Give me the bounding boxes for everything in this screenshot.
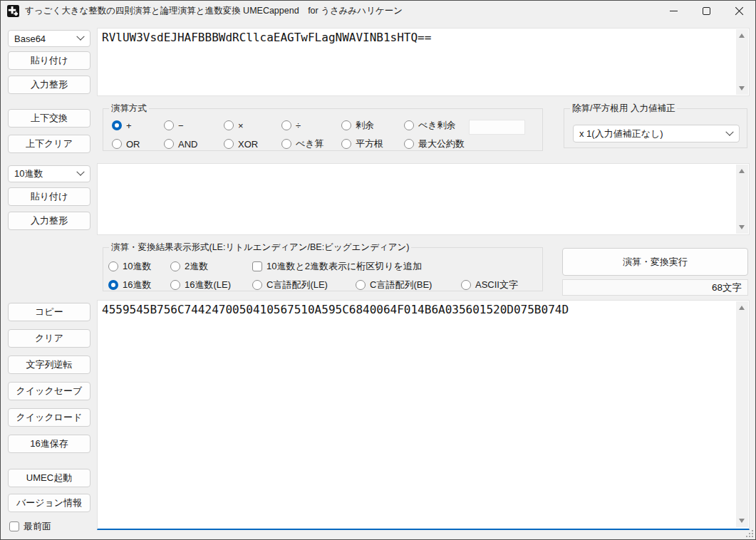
radio-power[interactable]: べき算 <box>281 137 324 151</box>
scroll-up-icon[interactable] <box>739 169 745 173</box>
radio-icon <box>164 139 174 149</box>
scrollbar[interactable] <box>736 301 748 527</box>
radio-subtract[interactable]: − <box>164 118 184 133</box>
quick-save-button[interactable]: クイックセーブ <box>8 382 90 400</box>
scrollbar[interactable] <box>736 29 748 95</box>
radio-multiply[interactable]: × <box>224 118 244 133</box>
checkbox-label: 10進数と2進数表示に桁区切りを追加 <box>266 260 422 273</box>
base64-input-textarea[interactable]: RVlUW3VsdEJHAFBBBWdRCllcaEAGTwFLagNWAVIN… <box>97 28 750 96</box>
clear-updown-button[interactable]: 上下クリア <box>8 135 90 153</box>
minimize-button[interactable] <box>657 1 690 21</box>
paste-bottom-button[interactable]: 貼り付け <box>8 187 90 206</box>
button-label: 演算・変換実行 <box>623 256 688 269</box>
quick-load-button[interactable]: クイックロード <box>8 408 90 427</box>
maximize-icon <box>703 7 710 15</box>
swap-updown-button[interactable]: 上下交換 <box>8 109 90 128</box>
radio-label: × <box>238 120 244 131</box>
checkbox-icon <box>252 261 262 271</box>
combo-value: x 1(入力値補正なし) <box>579 128 663 140</box>
result-output-textarea[interactable]: 4559545B756C7442470050410567510A595C6840… <box>97 300 750 530</box>
button-label: 16進保存 <box>30 437 68 450</box>
radio-xor[interactable]: XOR <box>224 137 258 151</box>
group-legend: 除算/平方根用 入力値補正 <box>570 103 677 115</box>
paste-top-button[interactable]: 貼り付け <box>8 51 90 70</box>
radio-gcd[interactable]: 最大公約数 <box>404 137 465 151</box>
clear-button[interactable]: クリア <box>8 329 90 348</box>
app-icon <box>7 5 19 17</box>
group-legend: 演算・変換結果表示形式(LE:リトルエンディアン/BE:ビッグエンディアン) <box>109 242 411 254</box>
button-label: クリア <box>35 332 63 345</box>
reverse-string-button[interactable]: 文字列逆転 <box>8 355 90 374</box>
radio-icon <box>281 139 291 149</box>
execute-conversion-button[interactable]: 演算・変換実行 <box>562 248 748 276</box>
checkbox-digit-separator[interactable]: 10進数と2進数表示に桁区切りを追加 <box>252 259 422 274</box>
button-label: 上下クリア <box>26 137 73 150</box>
chevron-down-icon <box>76 168 84 176</box>
copy-button[interactable]: コピー <box>8 303 90 321</box>
radio-ascii[interactable]: ASCII文字 <box>461 278 518 292</box>
operation-method-group: 演算方式 + − × ÷ 剰余 べき剰余 OR AND XOR べき算 平方根 … <box>103 108 543 151</box>
title-bar[interactable]: すっごく大きな整数の四則演算と論理演算と進数変換 UMECappend for … <box>1 1 755 21</box>
input-correction-select[interactable]: x 1(入力値補正なし) <box>573 125 740 142</box>
second-input-textarea[interactable] <box>97 163 750 235</box>
radio-hex[interactable]: 16進数 <box>108 278 151 292</box>
maximize-button[interactable] <box>690 1 723 21</box>
resize-grip-icon[interactable] <box>745 529 753 537</box>
radio-icon <box>341 139 351 149</box>
power-mod-exponent-field[interactable] <box>469 120 525 135</box>
radio-icon <box>341 120 351 130</box>
radio-c-array-be[interactable]: C言語配列(BE) <box>356 278 432 292</box>
radio-label: AND <box>178 139 197 150</box>
close-icon <box>735 6 744 16</box>
radio-label: 剰余 <box>356 119 374 132</box>
format-input-top-button[interactable]: 入力整形 <box>8 76 90 94</box>
checkbox-icon <box>9 521 19 531</box>
scroll-up-icon[interactable] <box>739 306 745 310</box>
radio-binary[interactable]: 2進数 <box>170 259 208 274</box>
close-button[interactable] <box>723 1 755 21</box>
button-label: 文字列逆転 <box>26 358 73 371</box>
radio-power-mod[interactable]: べき剰余 <box>404 118 456 133</box>
button-label: 入力整形 <box>31 214 68 227</box>
hex-save-button[interactable]: 16進保存 <box>8 435 90 453</box>
scroll-up-icon[interactable] <box>739 33 745 38</box>
radio-divide[interactable]: ÷ <box>281 118 301 133</box>
radio-label: 10進数 <box>123 260 151 273</box>
topmost-checkbox[interactable]: 最前面 <box>9 519 51 534</box>
radio-remainder[interactable]: 剰余 <box>341 118 374 133</box>
umec-launch-button[interactable]: UMEC起動 <box>8 469 90 487</box>
version-info-button[interactable]: バージョン情報 <box>8 494 90 512</box>
checkbox-label: 最前面 <box>24 520 51 533</box>
scrollbar[interactable] <box>736 165 748 234</box>
button-label: 入力整形 <box>31 78 68 91</box>
radio-decimal[interactable]: 10進数 <box>108 259 151 274</box>
button-label: バージョン情報 <box>16 497 82 509</box>
button-label: 上下交換 <box>31 112 68 125</box>
radio-sqrt[interactable]: 平方根 <box>341 137 383 151</box>
radio-add[interactable]: + <box>112 118 132 133</box>
radio-label: 平方根 <box>356 137 383 150</box>
radio-icon <box>112 120 122 130</box>
radio-label: C言語配列(LE) <box>266 279 328 291</box>
radio-icon <box>356 280 366 290</box>
radio-label: ASCII文字 <box>475 279 518 291</box>
radio-label: XOR <box>238 139 258 150</box>
radio-hex-le[interactable]: 16進数(LE) <box>170 278 231 292</box>
button-label: UMEC起動 <box>26 472 72 484</box>
result-format-group: 演算・変換結果表示形式(LE:リトルエンディアン/BE:ビッグエンディアン) 1… <box>103 247 543 291</box>
scroll-down-icon[interactable] <box>739 519 745 523</box>
input-base-select-top[interactable]: Base64 <box>8 30 90 47</box>
radio-icon <box>170 280 180 290</box>
radio-icon <box>164 120 174 130</box>
radio-label: ÷ <box>296 120 301 131</box>
combo-value: Base64 <box>14 33 46 44</box>
radio-icon <box>404 120 414 130</box>
input-base-select-bottom[interactable]: 10進数 <box>8 165 90 182</box>
radio-or[interactable]: OR <box>112 137 140 151</box>
scroll-down-icon[interactable] <box>739 225 745 229</box>
scroll-down-icon[interactable] <box>739 86 745 90</box>
radio-c-array-le[interactable]: C言語配列(LE) <box>252 278 328 292</box>
format-input-bottom-button[interactable]: 入力整形 <box>8 212 90 230</box>
minimize-icon <box>670 11 678 11</box>
radio-and[interactable]: AND <box>164 137 197 151</box>
